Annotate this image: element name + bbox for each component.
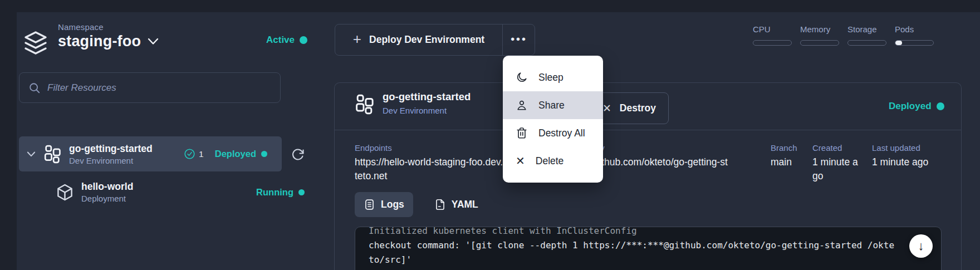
detail-value: 1 minute ago — [872, 155, 933, 169]
metric-label: Memory — [800, 24, 840, 34]
running-status-dot — [298, 189, 305, 195]
menu-item-sleep[interactable]: Sleep — [503, 63, 603, 91]
menu-item-label: Destroy All — [538, 127, 585, 139]
menu-item-label: Sleep — [538, 72, 564, 84]
menu-item-delete[interactable]: ✕ Delete — [503, 147, 603, 175]
metric-pods: Pods — [895, 24, 935, 46]
logs-console[interactable]: Initialized kubernetes client with InClu… — [355, 227, 942, 270]
person-icon — [516, 99, 528, 111]
resource-name: go-getting-started — [69, 143, 153, 155]
status-text: Running — [256, 187, 293, 198]
destroy-button-label: Destroy — [620, 102, 656, 114]
moon-icon — [516, 71, 528, 84]
tab-label: Logs — [381, 199, 404, 210]
chevron-down-icon[interactable] — [27, 151, 36, 157]
endpoint-link[interactable]: https://hello-world-staging-foo.dev.okte… — [355, 155, 514, 183]
tab-logs[interactable]: Logs — [355, 192, 413, 217]
detail-value: main — [771, 155, 815, 169]
resource-metrics: CPU Memory Storage Pods — [753, 24, 935, 46]
log-line: Initialized kubernetes client with InClu… — [369, 227, 899, 238]
okteto-dashboard: Namespace staging-foo Active + Deploy De… — [0, 0, 980, 270]
detail-value: 1 minute ago — [812, 155, 860, 183]
panel-status-text: Deployed — [889, 101, 932, 112]
detail-created: Created 1 minute ago — [812, 143, 860, 183]
tab-label: YAML — [452, 199, 478, 210]
plus-icon: + — [353, 32, 361, 46]
panel-subtitle: Dev Environment — [383, 106, 447, 115]
x-icon: ✕ — [602, 102, 611, 115]
logs-icon — [364, 199, 375, 210]
dev-environment-icon — [43, 145, 62, 164]
panel-title: go-getting-started — [383, 91, 471, 103]
namespace-status-text: Active — [266, 35, 295, 46]
metric-label: Pods — [895, 24, 935, 34]
sidebar-item-go-getting-started[interactable]: go-getting-started Dev Environment 1 Dep… — [19, 136, 282, 171]
deployed-status-dot — [937, 102, 944, 110]
metric-cpu: CPU — [753, 24, 793, 46]
tab-yaml[interactable]: YAML — [425, 192, 487, 217]
sidebar-item-hello-world[interactable]: hello-world Deployment Running — [19, 176, 306, 208]
ellipsis-icon: ●●● — [511, 35, 527, 43]
menu-item-share[interactable]: Share — [503, 91, 603, 119]
metric-memory: Memory — [800, 24, 840, 46]
namespace-label: Namespace — [58, 22, 159, 32]
detail-last-updated: Last updated 1 minute ago — [872, 143, 933, 169]
detail-label: Created — [812, 143, 860, 153]
chevron-down-icon[interactable] — [148, 38, 159, 45]
arrow-down-icon: ↓ — [918, 240, 924, 252]
search-icon — [28, 82, 41, 94]
yaml-file-icon — [434, 199, 446, 210]
layers-icon — [22, 29, 49, 57]
namespace-actions-menu: Sleep Share Destroy All ✕ Delete — [503, 56, 603, 183]
deployed-status-dot — [261, 151, 267, 157]
detail-branch: Branch main — [771, 143, 815, 169]
panel-tabs: Logs YAML — [355, 192, 487, 217]
log-line: checkout command: '[git clone --depth 1 … — [369, 238, 899, 267]
namespace-header: Namespace staging-foo — [22, 22, 159, 57]
detail-endpoints: Endpoints https://hello-world-staging-fo… — [355, 143, 514, 183]
deploy-dev-environment-button[interactable]: + Deploy Dev Environment — [335, 24, 502, 55]
memory-progress-bar — [800, 40, 839, 46]
dev-environment-panel: go-getting-started Dev Environment ✕ Des… — [334, 82, 962, 270]
ready-count-badge: 1 — [184, 148, 204, 160]
namespace-name: staging-foo — [58, 33, 141, 50]
deploy-button-label: Deploy Dev Environment — [369, 34, 484, 46]
status-text: Deployed — [215, 149, 256, 159]
panel-divider — [335, 130, 961, 130]
menu-item-destroy-all[interactable]: Destroy All — [503, 119, 603, 147]
menu-item-label: Delete — [536, 155, 564, 167]
metric-label: CPU — [753, 24, 793, 34]
resource-type: Dev Environment — [69, 156, 153, 165]
scroll-to-bottom-button[interactable]: ↓ — [909, 234, 933, 258]
trash-icon — [516, 127, 528, 139]
cube-icon — [56, 183, 74, 202]
resource-type: Deployment — [81, 194, 133, 203]
check-circle-icon — [184, 148, 195, 160]
panel-status-badge: Deployed — [889, 101, 944, 112]
filter-resources-input[interactable] — [47, 82, 271, 94]
filter-resources-box — [19, 72, 281, 103]
menu-item-label: Share — [538, 100, 565, 111]
namespace-status-badge: Active — [266, 35, 307, 46]
cpu-progress-bar — [753, 40, 792, 46]
ready-count: 1 — [199, 149, 204, 159]
detail-label: Last updated — [872, 143, 933, 153]
dev-environment-icon — [354, 94, 375, 115]
x-icon: ✕ — [516, 154, 525, 168]
metric-label: Storage — [847, 24, 888, 34]
detail-label: Endpoints — [355, 143, 514, 153]
more-actions-button[interactable]: ●●● — [502, 24, 535, 55]
storage-progress-bar — [847, 40, 886, 46]
resource-name: hello-world — [81, 181, 133, 193]
detail-label: Branch — [771, 143, 815, 153]
pods-progress-bar — [895, 40, 934, 46]
metric-storage: Storage — [847, 24, 888, 46]
refresh-icon[interactable] — [291, 148, 305, 161]
active-status-dot — [300, 36, 307, 44]
deploy-split-button: + Deploy Dev Environment ●●● — [335, 24, 535, 56]
